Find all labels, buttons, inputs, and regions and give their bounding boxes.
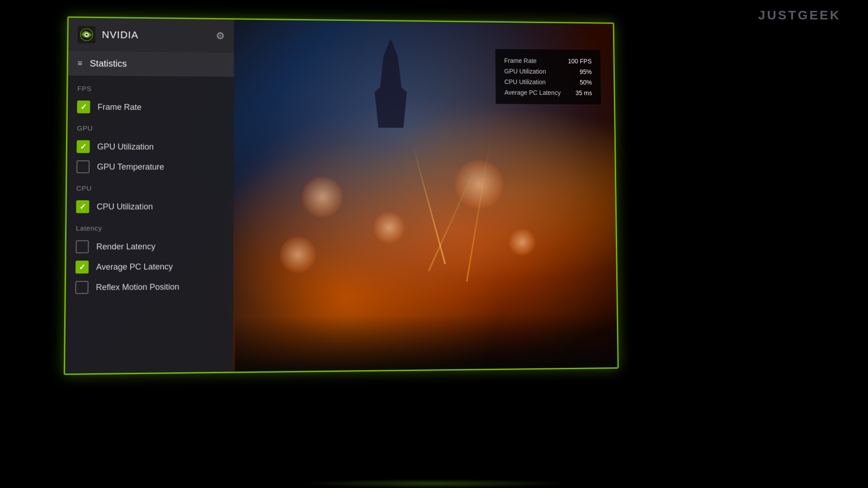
monitor-screen: Frame Rate 100 FPS GPU Utilization 95% C… xyxy=(64,16,619,375)
monitor-stand-glow xyxy=(298,479,570,488)
label-cpu-utilization: CPU Utilization xyxy=(97,202,153,211)
checkbox-item-render-latency[interactable]: Render Latency xyxy=(75,236,224,257)
section-label-gpu: GPU xyxy=(77,124,225,132)
nvidia-brand: NVIDIA xyxy=(78,26,139,44)
checkbox-gpu-utilization[interactable] xyxy=(77,140,90,153)
lantern-1 xyxy=(302,177,343,217)
stat-value-cpu: 50% xyxy=(580,79,592,86)
checkbox-cpu-utilization[interactable] xyxy=(76,200,89,213)
stat-row-framerate: Frame Rate 100 FPS xyxy=(504,55,592,66)
lantern-2 xyxy=(373,212,405,244)
lantern-5 xyxy=(280,236,316,273)
stat-name-cpu: CPU Utilization xyxy=(505,78,546,85)
checkbox-average-pc-latency[interactable] xyxy=(75,261,89,274)
checkbox-item-reflex-motion-position[interactable]: Reflex Motion Position xyxy=(75,277,224,298)
checkbox-reflex-motion-position[interactable] xyxy=(75,281,88,294)
nvidia-name-label: NVIDIA xyxy=(102,29,138,41)
stat-row-gpu: GPU Utilization 95% xyxy=(504,66,592,77)
nvidia-header: NVIDIA ⚙ xyxy=(68,18,234,53)
label-reflex-motion-position: Reflex Motion Position xyxy=(96,282,179,292)
label-average-pc-latency: Average PC Latency xyxy=(96,262,173,272)
statistics-title-bar: ≡ Statistics xyxy=(68,52,234,77)
label-frame-rate: Frame Rate xyxy=(98,102,142,112)
stat-name-framerate: Frame Rate xyxy=(504,57,537,64)
label-gpu-utilization: GPU Utilization xyxy=(97,142,154,152)
stat-name-latency: Average PC Latency xyxy=(505,89,561,96)
label-render-latency: Render Latency xyxy=(96,242,156,252)
checkbox-item-gpu-temperature[interactable]: GPU Temperature xyxy=(76,157,225,177)
checkbox-render-latency[interactable] xyxy=(75,240,89,253)
statistics-title: Statistics xyxy=(90,58,127,69)
sidebar: NVIDIA ⚙ ≡ Statistics FPS Frame Rate GPU xyxy=(65,18,234,373)
checkbox-gpu-temperature[interactable] xyxy=(76,160,90,173)
section-label-fps: FPS xyxy=(77,84,225,93)
stat-row-latency: Average PC Latency 35 ms xyxy=(505,87,592,99)
stats-overlay: Frame Rate 100 FPS GPU Utilization 95% C… xyxy=(495,49,601,104)
monitor-wrapper: Frame Rate 100 FPS GPU Utilization 95% C… xyxy=(64,16,619,375)
stat-value-latency: 35 ms xyxy=(576,89,592,97)
crowd-silhouette xyxy=(235,314,618,372)
stat-row-cpu: CPU Utilization 50% xyxy=(505,76,592,88)
stat-value-gpu: 95% xyxy=(580,68,592,75)
label-gpu-temperature: GPU Temperature xyxy=(97,162,164,172)
stat-name-gpu: GPU Utilization xyxy=(504,68,546,75)
checkbox-item-average-pc-latency[interactable]: Average PC Latency xyxy=(75,256,224,277)
stat-value-framerate: 100 FPS xyxy=(568,57,592,65)
checkbox-frame-rate[interactable] xyxy=(77,100,90,113)
section-label-cpu: CPU xyxy=(76,184,225,192)
section-label-latency: Latency xyxy=(76,224,224,232)
checkbox-item-frame-rate[interactable]: Frame Rate xyxy=(77,97,225,117)
checkbox-item-gpu-utilization[interactable]: GPU Utilization xyxy=(76,136,224,157)
sidebar-content: FPS Frame Rate GPU GPU Utilization GPU T… xyxy=(65,75,234,374)
watermark-text: JUSTGEEK xyxy=(758,8,841,23)
settings-gear-icon[interactable]: ⚙ xyxy=(216,30,225,42)
hamburger-menu-icon[interactable]: ≡ xyxy=(77,59,82,68)
nvidia-logo-icon xyxy=(78,26,95,43)
checkbox-item-cpu-utilization[interactable]: CPU Utilization xyxy=(76,197,224,217)
